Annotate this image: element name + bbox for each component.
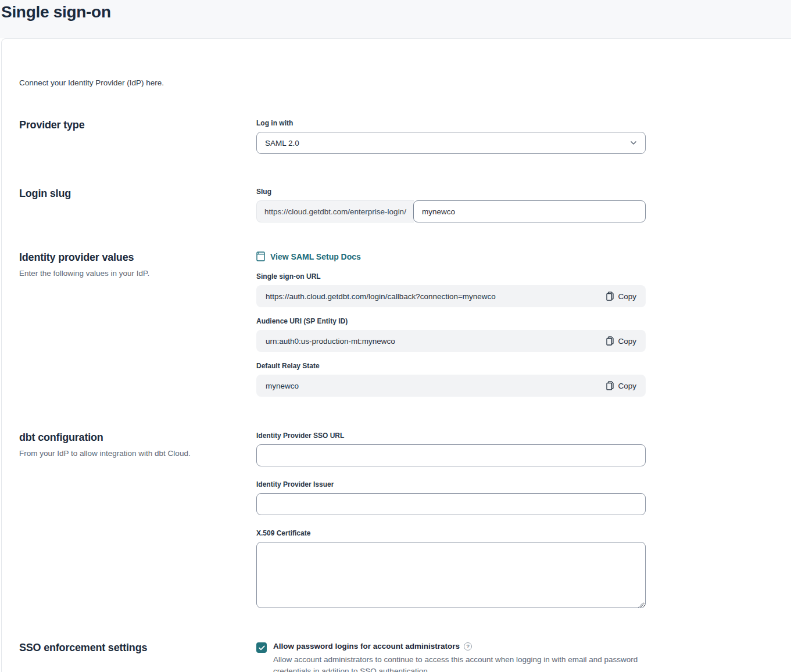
allow-password-logins-checkbox[interactable] (256, 642, 267, 653)
section-idp-values-form: View SAML Setup Docs Single sign-on URL … (256, 251, 646, 397)
section-sso-enforcement-form: Allow password logins for account admini… (256, 642, 646, 672)
section-login-slug-form: Slug https://cloud.getdbt.com/enterprise… (256, 188, 646, 222)
intro-text: Connect your Identity Provider (IdP) her… (19, 39, 791, 87)
idp-issuer-input[interactable] (256, 493, 646, 515)
relay-state-field: mynewco Copy (256, 375, 646, 397)
section-provider-type-left: Provider type (19, 119, 256, 131)
section-dbt-configuration-left: dbt configuration From your IdP to allow… (19, 432, 256, 458)
audience-uri-field: urn:auth0:us-production-mt:mynewco Copy (256, 330, 646, 352)
x509-certificate-label: X.509 Certificate (256, 529, 646, 537)
document-icon (256, 251, 265, 261)
slug-label: Slug (256, 188, 646, 196)
idp-values-subheading: Enter the following values in your IdP. (19, 269, 256, 278)
copy-icon (606, 381, 614, 390)
allow-password-logins-label: Allow password logins for account admini… (273, 642, 460, 651)
copy-relay-state-button[interactable]: Copy (606, 381, 636, 390)
copy-icon (606, 336, 614, 346)
provider-type-heading: Provider type (19, 119, 256, 131)
settings-card: Connect your Identity Provider (IdP) her… (1, 38, 791, 672)
provider-type-select[interactable]: SAML 2.0 (256, 132, 646, 154)
section-dbt-configuration: dbt configuration From your IdP to allow… (19, 432, 791, 610)
allow-password-logins-row: Allow password logins for account admini… (256, 642, 646, 672)
relay-state-value: mynewco (266, 382, 299, 390)
checkmark-icon (259, 645, 265, 651)
copy-audience-uri-button[interactable]: Copy (606, 336, 636, 346)
sso-enforcement-heading: SSO enforcement settings (19, 642, 256, 654)
view-saml-docs-link[interactable]: View SAML Setup Docs (256, 251, 361, 261)
allow-password-logins-description: Allow account administrators to continue… (273, 654, 645, 672)
help-icon[interactable]: ? (464, 642, 472, 651)
provider-type-selected-value: SAML 2.0 (265, 139, 299, 148)
section-login-slug-left: Login slug (19, 188, 256, 200)
dbt-configuration-heading: dbt configuration (19, 432, 256, 444)
view-saml-docs-label: View SAML Setup Docs (270, 252, 361, 261)
copy-icon (606, 292, 614, 301)
idp-issuer-label: Identity Provider Issuer (256, 480, 646, 488)
x509-certificate-wrap (256, 542, 646, 610)
copy-button-label: Copy (618, 382, 636, 390)
slug-field-group: https://cloud.getdbt.com/enterprise-logi… (256, 200, 646, 222)
page-title: Single sign-on (1, 2, 791, 22)
section-provider-type-form: Log in with SAML 2.0 (256, 119, 646, 154)
section-provider-type: Provider type Log in with SAML 2.0 (19, 119, 791, 154)
allow-password-logins-text: Allow password logins for account admini… (273, 642, 645, 672)
chevron-down-icon (630, 141, 637, 145)
section-dbt-configuration-form: Identity Provider SSO URL Identity Provi… (256, 432, 646, 610)
sso-url-value: https://auth.cloud.getdbt.com/login/call… (266, 292, 496, 301)
copy-button-label: Copy (618, 292, 636, 301)
dbt-configuration-subheading: From your IdP to allow integration with … (19, 449, 256, 458)
allow-password-logins-label-line: Allow password logins for account admini… (273, 642, 645, 651)
section-idp-values-left: Identity provider values Enter the follo… (19, 251, 256, 278)
copy-button-label: Copy (618, 337, 636, 346)
audience-uri-value: urn:auth0:us-production-mt:mynewco (266, 337, 395, 346)
slug-input[interactable] (413, 200, 646, 222)
idp-values-heading: Identity provider values (19, 251, 256, 264)
relay-state-label: Default Relay State (256, 362, 646, 370)
login-with-label: Log in with (256, 119, 646, 127)
section-sso-enforcement: SSO enforcement settings Allow password … (19, 642, 791, 672)
section-sso-enforcement-left: SSO enforcement settings (19, 642, 256, 654)
page-header: Single sign-on (0, 0, 791, 38)
copy-sso-url-button[interactable]: Copy (606, 292, 636, 301)
x509-certificate-textarea[interactable] (256, 542, 646, 608)
sso-url-label: Single sign-on URL (256, 272, 646, 281)
slug-url-prefix: https://cloud.getdbt.com/enterprise-logi… (256, 200, 414, 222)
audience-uri-label: Audience URI (SP Entity ID) (256, 317, 646, 325)
section-idp-values: Identity provider values Enter the follo… (19, 251, 791, 397)
section-login-slug: Login slug Slug https://cloud.getdbt.com… (19, 188, 791, 222)
idp-sso-url-label: Identity Provider SSO URL (256, 432, 646, 440)
sso-url-field: https://auth.cloud.getdbt.com/login/call… (256, 285, 646, 307)
idp-sso-url-input[interactable] (256, 444, 646, 466)
login-slug-heading: Login slug (19, 188, 256, 200)
